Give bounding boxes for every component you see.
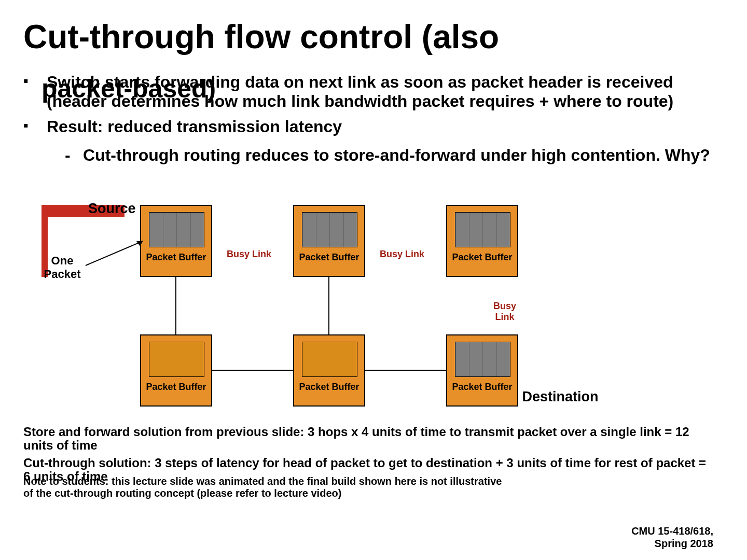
- buffer-icon: [455, 342, 510, 377]
- buffer-label: Packet Buffer: [294, 253, 364, 262]
- buffer-icon: [149, 212, 204, 247]
- arrow-icon: [83, 237, 135, 263]
- buffer-icon: [455, 212, 510, 247]
- svg-line-0: [86, 241, 143, 265]
- buffer-label: Packet Buffer: [141, 253, 211, 262]
- footer-line-1: CMU 15-418/618,: [631, 525, 713, 537]
- switch-1-0: Packet Buffer: [140, 334, 212, 407]
- switch-1-2: Packet Buffer: [446, 334, 518, 407]
- slide-footer: CMU 15-418/618, Spring 2018: [631, 525, 713, 550]
- sub-bullet-1: Cut-through routing reduces to store-and…: [65, 146, 724, 165]
- footnote-1: Store and forward solution from previous…: [23, 425, 713, 453]
- bullet-1: Switch starts forwarding data on next li…: [23, 73, 724, 111]
- student-note: Note to students: this lecture slide was…: [23, 475, 506, 499]
- bullet-2-text: Result: reduced transmission latency: [47, 117, 342, 136]
- bullet-list: Switch starts forwarding data on next li…: [23, 73, 724, 165]
- buffer-empty-icon: [302, 342, 357, 377]
- network-diagram: Packet Buffer Packet Buffer Packet Buffe…: [42, 205, 550, 417]
- switch-0-1: Packet Buffer: [293, 205, 365, 277]
- slide-title: Cut-through flow control (also: [23, 20, 724, 54]
- sub-bullet-list: Cut-through routing reduces to store-and…: [65, 146, 724, 165]
- buffer-label: Packet Buffer: [447, 382, 517, 391]
- link-bottom-1: [210, 370, 293, 371]
- buffer-empty-icon: [149, 342, 204, 377]
- link-v-left: [175, 275, 176, 334]
- buffer-label: Packet Buffer: [294, 382, 364, 391]
- footer-line-2: Spring 2018: [631, 537, 713, 550]
- one-packet-label: One Packet: [42, 254, 83, 282]
- buffer-label: Packet Buffer: [447, 253, 517, 262]
- buffer-icon: [302, 212, 357, 247]
- source-label: Source: [88, 201, 135, 217]
- destination-label: Destination: [521, 389, 599, 405]
- switch-0-0: Packet Buffer: [140, 205, 212, 277]
- link-bottom-2: [363, 370, 446, 371]
- switch-0-2: Packet Buffer: [446, 205, 518, 277]
- link-v-mid: [328, 275, 329, 334]
- slide: Cut-through flow control (also packet-ba…: [0, 0, 747, 165]
- bullet-2: Result: reduced transmission latency Cut…: [23, 117, 724, 165]
- busy-link-label-1: Busy Link: [223, 249, 275, 260]
- busy-link-label-2: Busy Link: [376, 249, 428, 260]
- busy-link-label-3: Busy Link: [489, 301, 520, 323]
- buffer-label: Packet Buffer: [141, 382, 211, 391]
- switch-1-1: Packet Buffer: [293, 334, 365, 407]
